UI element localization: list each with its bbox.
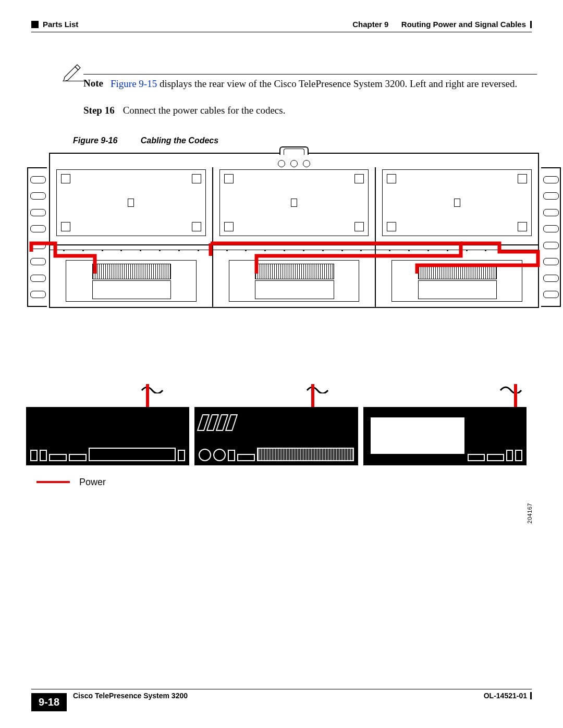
codec-panel-center [194, 407, 358, 465]
panel-row [50, 167, 538, 307]
page-header: Parts List Chapter 9 Routing Power and S… [31, 20, 532, 29]
figure-caption: Figure 9-16 Cabling the Codecs [73, 136, 532, 145]
page-number: 9-18 [31, 693, 67, 711]
chapter-title: Routing Power and Signal Cables [401, 20, 526, 29]
power-cable-tail-icon [146, 384, 149, 407]
note-top-rule [83, 74, 537, 75]
section-title: Parts List [43, 20, 78, 29]
cable-squiggle-icon [141, 384, 164, 393]
side-column-left [27, 167, 47, 307]
note-body: Figure 9-15 displays the rear view of th… [111, 78, 517, 90]
note-block: Note Figure 9-15 displays the rear view … [83, 78, 521, 90]
cable-squiggle-icon [306, 384, 329, 393]
power-cable-tail-icon [514, 384, 517, 407]
footer-end-bar-icon [530, 692, 532, 699]
document-page: Parts List Chapter 9 Routing Power and S… [0, 0, 563, 728]
section-marker-icon [31, 21, 39, 28]
note-label: Note [83, 78, 111, 89]
codec-panel-right [363, 407, 527, 465]
camera-hump-icon [279, 146, 309, 155]
step-text: Connect the power cables for the codecs. [123, 105, 286, 116]
codec-ports [199, 443, 353, 461]
codec-ports [30, 443, 185, 461]
legend-power-line-icon [36, 481, 70, 483]
figure-area: Power [26, 153, 527, 488]
side-column-right [541, 167, 561, 307]
note-body-text: displays the rear view of the Cisco Tele… [157, 78, 517, 89]
display-panel-center [213, 167, 376, 307]
display-panel-right [376, 167, 538, 307]
codec-row [26, 407, 527, 465]
header-left: Parts List [31, 20, 78, 29]
display-panel-left [50, 167, 213, 307]
camera-row [278, 160, 310, 167]
legend: Power [36, 477, 527, 488]
rear-view-schematic [49, 153, 539, 308]
legend-label-power: Power [79, 477, 106, 488]
header-right: Chapter 9 Routing Power and Signal Cable… [352, 20, 532, 29]
codec-panel-left [26, 407, 189, 465]
note-figure-link[interactable]: Figure 9-15 [111, 78, 157, 89]
note-pencil-icon [63, 64, 84, 81]
figure-number: Figure 9-16 [73, 136, 138, 145]
header-end-bar-icon [530, 21, 532, 28]
step-row: Step 16 Connect the power cables for the… [83, 105, 521, 116]
step-label: Step 16 [83, 105, 123, 116]
cable-squiggle-icon [499, 384, 522, 393]
header-rule [31, 32, 532, 32]
page-footer: 9-18 Cisco TelePresence System 3200 OL-1… [31, 689, 532, 700]
codec-white-module-icon [371, 417, 464, 454]
figure-title: Cabling the Codecs [141, 136, 218, 145]
footer-doc-number: OL-14521-01 [484, 692, 527, 700]
codec-ports [468, 443, 522, 461]
power-cable-tail-icon [311, 384, 314, 407]
drawing-number: 204167 [527, 503, 533, 524]
chapter-label: Chapter 9 [352, 20, 388, 29]
